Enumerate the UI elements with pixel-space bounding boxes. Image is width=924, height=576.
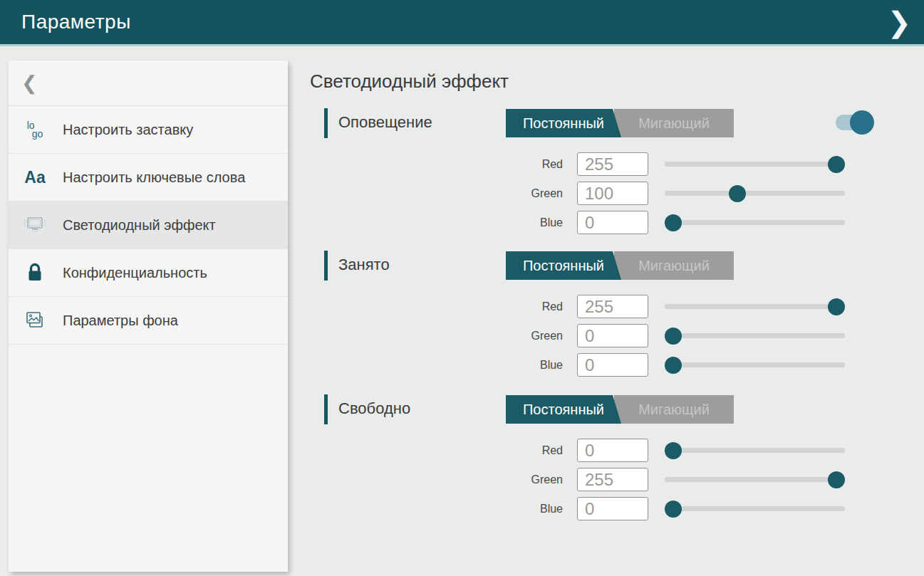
led-section: Свободно Постоянный Мигающий Red Green — [310, 394, 924, 424]
sidebar-item-label: Конфиденциальность — [63, 255, 214, 290]
blue-value-input[interactable] — [577, 353, 648, 377]
slider-track[interactable] — [665, 506, 845, 511]
red-value-input[interactable] — [577, 152, 648, 176]
section-label: Оповещение — [338, 113, 432, 132]
green-row: Green — [310, 179, 862, 208]
slider-track[interactable] — [665, 191, 845, 196]
sidebar-item-label: Светодиодный эффект — [63, 207, 223, 243]
chevron-left-icon: ❮ — [21, 72, 38, 95]
red-slider-knob[interactable] — [665, 442, 682, 459]
enable-toggle[interactable] — [836, 108, 874, 137]
green-slider[interactable] — [665, 328, 845, 345]
green-slider-knob[interactable] — [729, 185, 746, 202]
green-label: Green — [310, 473, 563, 486]
section-accent-bar — [324, 251, 328, 281]
mode-option-constant[interactable]: Постоянный — [506, 395, 621, 424]
red-row: Red — [310, 436, 862, 465]
mode-option-constant[interactable]: Постоянный — [506, 109, 621, 137]
section-accent-bar — [324, 108, 328, 138]
green-value-input[interactable] — [577, 324, 648, 347]
blue-row: Blue — [310, 494, 862, 523]
blue-slider[interactable] — [665, 357, 845, 374]
green-label: Green — [310, 330, 563, 342]
red-slider[interactable] — [665, 298, 845, 315]
green-slider[interactable] — [665, 471, 845, 488]
blue-slider-knob[interactable] — [665, 214, 682, 231]
section-label: Свободно — [338, 399, 410, 418]
red-slider-knob[interactable] — [828, 298, 845, 315]
panel-title: Светодиодный эффект — [310, 70, 509, 93]
blue-slider[interactable] — [665, 214, 845, 231]
green-slider-knob[interactable] — [665, 328, 682, 345]
logo-icon: lo go — [20, 121, 50, 138]
chevron-right-icon[interactable]: ❯ — [887, 8, 911, 36]
red-row: Red — [310, 292, 862, 321]
blue-value-input[interactable] — [577, 211, 648, 234]
led-effect-panel: Светодиодный эффект Оповещение Постоянны… — [310, 68, 924, 576]
red-label: Red — [310, 158, 563, 171]
green-row: Green — [310, 321, 862, 350]
blue-label: Blue — [310, 216, 563, 229]
red-label: Red — [310, 300, 563, 313]
green-label: Green — [310, 187, 563, 200]
blue-slider-knob[interactable] — [665, 501, 682, 518]
sidebar-item-keywords[interactable]: Aa Настроить ключевые слова — [9, 154, 288, 201]
toggle-knob[interactable] — [850, 110, 874, 135]
slider-track[interactable] — [665, 448, 845, 453]
blue-value-input[interactable] — [577, 497, 648, 520]
slider-track[interactable] — [665, 304, 845, 309]
blue-label: Blue — [310, 503, 563, 515]
sidebar-item-label: Настроить ключевые слова — [63, 159, 252, 195]
background-images-icon — [20, 310, 50, 331]
sidebar-item-label: Настроить заставку — [63, 112, 200, 147]
slider-track[interactable] — [665, 162, 845, 167]
green-slider-knob[interactable] — [828, 471, 845, 488]
blue-slider-knob[interactable] — [665, 357, 682, 374]
red-slider[interactable] — [665, 156, 845, 173]
sidebar-item-screensaver[interactable]: lo go Настроить заставку — [9, 106, 288, 154]
red-label: Red — [310, 444, 563, 457]
section-accent-bar — [324, 394, 328, 424]
mode-segmented-control: Постоянный Мигающий — [506, 109, 734, 137]
mode-option-blinking[interactable]: Мигающий — [614, 395, 734, 424]
slider-track[interactable] — [665, 362, 845, 367]
mode-option-blinking[interactable]: Мигающий — [614, 251, 734, 280]
red-slider-knob[interactable] — [828, 156, 845, 173]
led-section: Занято Постоянный Мигающий Red Green — [310, 251, 924, 281]
mode-segmented-control: Постоянный Мигающий — [506, 395, 734, 424]
mode-segmented-control: Постоянный Мигающий — [506, 251, 734, 280]
slider-track[interactable] — [665, 477, 845, 482]
settings-sidebar: ❮ lo go Настроить заставку Aa Настроить … — [9, 61, 288, 572]
led-display-icon — [20, 214, 50, 236]
lock-icon — [20, 262, 50, 283]
slider-track[interactable] — [665, 333, 845, 338]
page-title: Параметры — [21, 11, 131, 33]
section-label: Занято — [338, 256, 390, 274]
text-format-icon: Aa — [20, 168, 50, 187]
red-value-input[interactable] — [577, 295, 648, 318]
green-row: Green — [310, 465, 862, 494]
red-slider[interactable] — [665, 442, 845, 459]
blue-slider[interactable] — [665, 501, 845, 518]
green-value-input[interactable] — [577, 468, 648, 491]
blue-row: Blue — [310, 208, 862, 237]
blue-label: Blue — [310, 359, 563, 372]
app-header: Параметры ❯ — [0, 0, 924, 46]
sidebar-item-led-effect[interactable]: Светодиодный эффект — [9, 201, 288, 249]
sidebar-item-background[interactable]: Параметры фона — [9, 297, 288, 345]
led-section: Оповещение Постоянный Мигающий Red Green — [310, 108, 924, 138]
mode-option-blinking[interactable]: Мигающий — [614, 109, 734, 137]
red-row: Red — [310, 150, 862, 179]
green-value-input[interactable] — [577, 182, 648, 205]
red-value-input[interactable] — [577, 439, 648, 462]
green-slider[interactable] — [665, 185, 845, 202]
blue-row: Blue — [310, 350, 862, 379]
sidebar-item-privacy[interactable]: Конфиденциальность — [9, 249, 288, 297]
mode-option-constant[interactable]: Постоянный — [506, 251, 621, 280]
slider-track[interactable] — [665, 220, 845, 225]
sidebar-item-label: Параметры фона — [63, 303, 185, 338]
sidebar-collapse-button[interactable]: ❮ — [9, 61, 288, 106]
